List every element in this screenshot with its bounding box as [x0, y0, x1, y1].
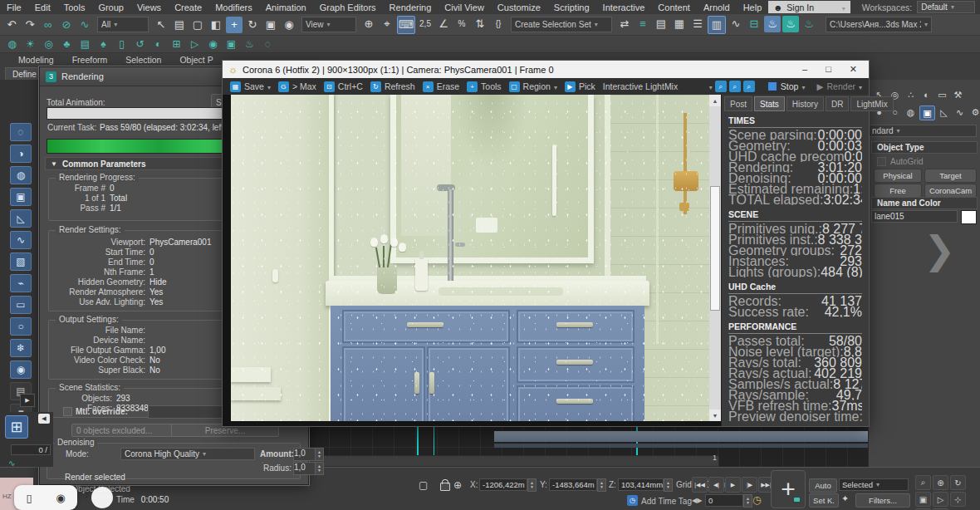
layers-filter-icon[interactable]: ◑ [10, 145, 32, 163]
ribbon-tab[interactable]: Modeling [18, 55, 54, 65]
shapes-filter-icon[interactable]: ○ [10, 317, 32, 336]
name-color-rollout[interactable]: Name and Color [871, 197, 978, 209]
y-coordinate-field[interactable]: -1483,664m [549, 478, 597, 491]
hierarchy-tab-icon[interactable]: ∴ [904, 88, 918, 101]
rect-region-icon[interactable]: ▢ [189, 17, 206, 33]
vfb-tab-dr[interactable]: DR [826, 96, 849, 111]
cameras-cat-icon[interactable]: ▣ [919, 105, 935, 120]
menu-item[interactable]: Help [737, 2, 769, 12]
frame-step-arrows[interactable]: ◀▶ [692, 497, 702, 504]
display-tab-icon[interactable]: ▭ [935, 88, 949, 101]
helpers-cat-icon[interactable]: ◺ [937, 105, 951, 119]
zoom-in-icon[interactable]: ⌕ [715, 81, 727, 92]
copy-button[interactable]: ⊡Ctrl+C [324, 81, 363, 92]
selected-dropdown[interactable]: Selected [839, 478, 909, 491]
containers-filter-icon[interactable]: ▭ [10, 296, 32, 314]
undo-icon[interactable]: ↶ [3, 17, 20, 33]
scene-explorer-icon[interactable]: ☰ [689, 16, 706, 32]
maximize-viewport-icon[interactable]: ▣ [915, 492, 931, 507]
frame-spinner[interactable] [743, 494, 752, 508]
foliage-list-icon[interactable]: ▤ [77, 37, 93, 51]
point-light-icon[interactable]: ◍ [4, 37, 20, 51]
utilities-tab-icon[interactable]: ⚒ [951, 88, 965, 101]
lights-filter-icon[interactable]: ◍ [10, 166, 32, 184]
scrollbar-thumb[interactable] [710, 186, 720, 311]
play-icon[interactable]: ▶ [725, 477, 741, 493]
menu-item[interactable]: Interactive [596, 2, 652, 12]
z-spinner[interactable] [664, 478, 673, 492]
vfb-render-button[interactable]: ▶ Render [816, 81, 862, 91]
vfb-stop-button[interactable]: Stop [768, 81, 806, 91]
sign-in-dropdown[interactable]: ☻ Sign In [768, 1, 850, 13]
schematic-view-icon[interactable]: ⊟ [746, 16, 762, 32]
pan-icon[interactable]: ⊹ [950, 492, 966, 507]
turnaround-icon[interactable]: ↺ [132, 37, 148, 51]
frozen-filter-icon[interactable]: ❄ [10, 339, 32, 357]
select-object-icon[interactable]: ↖ [153, 17, 169, 33]
select-manipulate-icon[interactable]: ⌖ [379, 16, 395, 32]
spacewarps-filter-icon[interactable]: ∿ [10, 231, 32, 249]
menu-item[interactable]: Modifiers [208, 2, 259, 12]
lightmix-button[interactable]: Interactive LightMix [603, 81, 678, 91]
key-clock-icon[interactable]: ◷ [752, 494, 761, 506]
tree-icon[interactable]: ♣ [59, 37, 75, 51]
teapot-icon[interactable]: ♨ [242, 37, 257, 51]
scroll-up-icon[interactable]: ▲ [709, 95, 721, 106]
add-time-tag[interactable]: Add Time Tag [641, 497, 692, 506]
vfb-tab-post[interactable]: Post [724, 96, 752, 111]
create-key-button[interactable]: + [771, 470, 806, 508]
selection-region-icon[interactable]: ▢ [419, 479, 435, 496]
layer-stack-icon[interactable]: ◐ [150, 37, 166, 51]
panel-expand-chevron[interactable]: ❯ [924, 228, 956, 272]
object-color-swatch[interactable] [961, 210, 977, 224]
orbit-icon[interactable]: ↻ [950, 475, 966, 490]
ribbon-tab[interactable]: Object P [179, 55, 213, 65]
project-folder-dropdown[interactable]: C:\Users\Аня...3ds Max 202 [826, 17, 932, 32]
menu-item[interactable]: Scripting [547, 2, 596, 12]
scroll-down-icon[interactable]: ▼ [709, 409, 721, 421]
pine-icon[interactable]: ♠ [96, 37, 111, 51]
slate-material-icon[interactable]: ▤ [653, 16, 669, 32]
selection-set-dropdown[interactable]: Create Selection Set [511, 17, 612, 32]
menu-item[interactable]: Rendering [383, 2, 439, 12]
snaps-toggle-icon[interactable]: 2,5 [417, 16, 434, 32]
absolute-mode-icon[interactable]: ⊕ [453, 479, 470, 496]
vfb-tab-history[interactable]: History [786, 96, 824, 111]
vfb-tab-stats[interactable]: Stats [754, 96, 785, 111]
menu-item[interactable]: Group [91, 2, 130, 12]
object-name-field[interactable]: lane015 [871, 210, 958, 223]
tools-button[interactable]: +Tools [467, 81, 502, 92]
menu-item[interactable]: Civil View [438, 2, 490, 12]
spinner-snap-icon[interactable]: ⇅ [472, 16, 488, 32]
phone-icon[interactable]: ▯ [26, 492, 32, 504]
collapse-arrow-button[interactable]: ◀ [38, 414, 50, 424]
menu-item[interactable]: Content [651, 2, 697, 12]
menu-item[interactable]: Customize [491, 2, 547, 12]
selection-filter-dropdown[interactable]: All [97, 17, 149, 32]
camera-icon[interactable]: ◎ [41, 37, 56, 51]
refresh-button[interactable]: ↻Refresh [370, 81, 415, 92]
placement-icon[interactable]: ◉ [281, 17, 297, 33]
key-filters-icon[interactable]: ✦ [841, 493, 849, 504]
quad-view-icon[interactable]: ⊞ [169, 37, 184, 51]
rendered-frame-icon[interactable]: ♨ [782, 16, 799, 32]
x-spinner[interactable] [527, 478, 537, 492]
sun-light-icon[interactable]: ☀ [22, 37, 38, 51]
menu-item[interactable]: Views [130, 2, 168, 12]
amount-spinner[interactable] [315, 448, 324, 461]
helpers-filter-icon[interactable]: ◺ [10, 209, 32, 228]
send-max-button[interactable]: G> Max [278, 81, 316, 92]
menu-item[interactable]: Graph Editors [313, 2, 383, 12]
geometry-filter-icon[interactable]: ◌ [10, 123, 32, 141]
clip-icon[interactable]: ▷ [187, 37, 203, 51]
next-frame-icon[interactable]: |▶ [742, 477, 757, 493]
y-spinner[interactable] [597, 478, 606, 492]
minimize-button[interactable]: – [802, 64, 807, 75]
x-coordinate-field[interactable]: -1206,422m [479, 478, 527, 491]
lamp-icon[interactable]: ◌ [260, 37, 276, 51]
objects-excluded-button[interactable]: 0 objects excluded... [71, 424, 174, 437]
more-dots-icon[interactable]: ⋮ [82, 488, 91, 499]
cameras-filter-icon[interactable]: ▣ [10, 188, 32, 206]
coronacam-button[interactable]: CoronaCam [924, 184, 977, 198]
target-camera-button[interactable]: Target [924, 169, 977, 183]
